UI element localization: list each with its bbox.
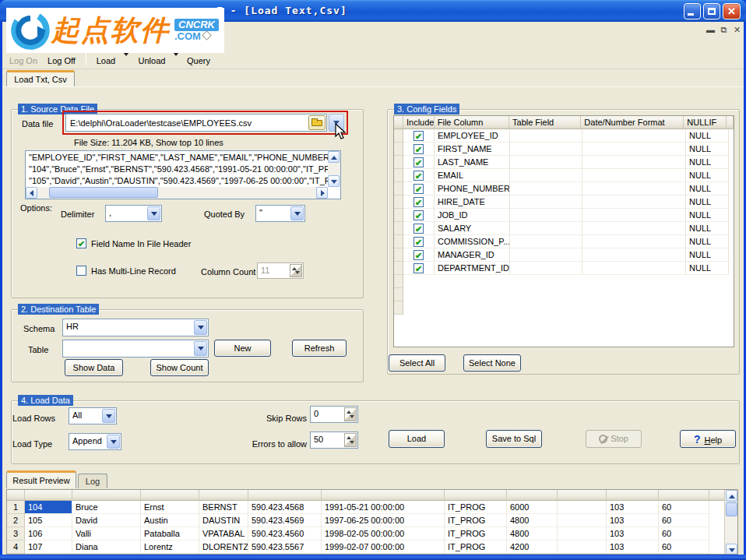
config-cell-format[interactable] bbox=[582, 182, 686, 195]
delimiter-select[interactable]: , bbox=[105, 205, 162, 222]
config-cell-file_column[interactable]: HIRE_DATE bbox=[435, 195, 510, 209]
result-cell[interactable]: 60 bbox=[659, 527, 709, 541]
result-cell[interactable] bbox=[558, 501, 607, 514]
result-cell[interactable] bbox=[558, 541, 607, 554]
config-cell-format[interactable] bbox=[582, 222, 686, 235]
config-cell-table_field[interactable] bbox=[510, 209, 582, 222]
mdi-minimize-button[interactable]: ▬ bbox=[706, 24, 716, 35]
field-name-checkbox[interactable]: ✔ bbox=[76, 238, 86, 248]
errors-allow-spinner[interactable]: 50 bbox=[310, 431, 358, 449]
result-cell[interactable]: 1997-06-25 00:00:00 bbox=[322, 514, 445, 527]
maximize-button[interactable] bbox=[703, 3, 720, 19]
config-cell-format[interactable] bbox=[582, 248, 686, 262]
config-cell-nullif[interactable]: NULL bbox=[686, 195, 729, 209]
result-cell[interactable]: 6000 bbox=[507, 501, 558, 514]
result-cell[interactable]: BERNST bbox=[199, 501, 248, 514]
result-cell[interactable]: Bruce bbox=[72, 501, 141, 514]
config-cell-file_column[interactable]: JOB_ID bbox=[435, 209, 510, 222]
load-rows-select[interactable]: All bbox=[69, 407, 117, 424]
include-checkbox[interactable]: ✔ bbox=[413, 197, 424, 207]
config-cell-nullif[interactable]: NULL bbox=[686, 235, 729, 248]
quoted-by-select[interactable]: " bbox=[255, 205, 305, 222]
result-cell[interactable] bbox=[558, 514, 607, 527]
chevron-down-icon[interactable] bbox=[290, 206, 304, 220]
include-checkbox[interactable]: ✔ bbox=[413, 210, 424, 220]
data-file-input[interactable] bbox=[65, 114, 327, 132]
result-cell[interactable]: DAUSTIN bbox=[199, 514, 248, 527]
config-fields-grid[interactable]: IncludeFile ColumnTable FieldDate/Number… bbox=[393, 115, 734, 347]
config-cell-table_field[interactable] bbox=[510, 222, 582, 235]
config-cell-file_column[interactable]: COMMISSION_P... bbox=[435, 235, 510, 248]
result-cell[interactable]: IT_PROG bbox=[445, 514, 507, 527]
preview-vertical-scrollbar[interactable] bbox=[328, 151, 340, 187]
result-cell[interactable]: Lorentz bbox=[141, 541, 199, 554]
load-type-select[interactable]: Append bbox=[69, 433, 121, 450]
result-cell[interactable]: Valli bbox=[72, 527, 141, 541]
spin-buttons-icon[interactable] bbox=[344, 433, 357, 447]
result-cell[interactable]: 1999-02-07 00:00:00 bbox=[322, 541, 445, 554]
config-cell-nullif[interactable]: NULL bbox=[686, 129, 729, 143]
show-data-button[interactable]: Show Data bbox=[65, 359, 123, 376]
result-cell[interactable]: 1998-02-05 00:00:00 bbox=[322, 527, 445, 541]
result-cell[interactable]: 104 bbox=[25, 501, 72, 514]
config-cell-nullif[interactable]: NULL bbox=[686, 209, 729, 222]
file-preview-box[interactable]: "EMPLOYEE_ID","FIRST_NAME","LAST_NAME","… bbox=[25, 150, 341, 199]
include-checkbox[interactable]: ✔ bbox=[413, 131, 424, 141]
config-cell-format[interactable] bbox=[582, 235, 686, 248]
scrollbar-thumb[interactable] bbox=[726, 502, 737, 516]
result-cell[interactable]: 590.423.4568 bbox=[248, 501, 322, 514]
result-cell[interactable]: 4800 bbox=[507, 527, 558, 541]
result-cell[interactable]: 4200 bbox=[507, 541, 558, 554]
config-cell-file_column[interactable]: EMAIL bbox=[435, 169, 510, 182]
include-checkbox[interactable]: ✔ bbox=[413, 263, 424, 273]
config-cell-format[interactable] bbox=[582, 143, 686, 156]
result-cell[interactable]: David bbox=[72, 514, 141, 527]
include-checkbox[interactable]: ✔ bbox=[413, 250, 424, 260]
config-cell-file_column[interactable]: MANAGER_ID bbox=[435, 248, 510, 262]
select-none-button[interactable]: Select None bbox=[463, 354, 521, 372]
toolbar-unload-button[interactable]: Unload bbox=[132, 56, 171, 67]
config-cell-table_field[interactable] bbox=[510, 182, 582, 195]
result-cell[interactable]: 103 bbox=[607, 541, 659, 554]
config-cell-format[interactable] bbox=[582, 129, 686, 143]
table-select[interactable] bbox=[62, 340, 209, 357]
result-cell[interactable]: 590.423.5567 bbox=[248, 541, 322, 554]
result-cell[interactable]: 107 bbox=[25, 541, 72, 554]
toolbar-log-off-button[interactable]: Log Off bbox=[43, 56, 80, 67]
close-button[interactable]: ✕ bbox=[723, 3, 741, 19]
mdi-close-button[interactable]: ✕ bbox=[732, 24, 742, 35]
result-cell[interactable]: 590.423.4569 bbox=[248, 514, 322, 527]
result-cell[interactable]: 106 bbox=[25, 527, 72, 541]
mdi-restore-button[interactable]: ⧉ bbox=[719, 24, 729, 35]
chevron-down-icon[interactable] bbox=[194, 320, 207, 335]
help-button[interactable]: ?Help bbox=[680, 430, 736, 448]
config-cell-format[interactable] bbox=[582, 209, 686, 222]
config-cell-table_field[interactable] bbox=[510, 235, 582, 248]
include-checkbox[interactable]: ✔ bbox=[413, 224, 424, 234]
tab-load-txt-csv[interactable]: Load Txt, Csv bbox=[6, 70, 75, 87]
chevron-down-icon[interactable] bbox=[147, 206, 160, 220]
result-cell[interactable]: IT_PROG bbox=[445, 541, 507, 554]
refresh-button[interactable]: Refresh bbox=[292, 340, 347, 357]
config-cell-file_column[interactable]: LAST_NAME bbox=[435, 156, 510, 169]
schema-select[interactable]: HR bbox=[62, 319, 209, 336]
result-cell[interactable]: 105 bbox=[25, 514, 72, 527]
config-cell-file_column[interactable]: SALARY bbox=[435, 222, 510, 235]
include-checkbox[interactable]: ✔ bbox=[413, 157, 424, 167]
result-cell[interactable]: 590.423.4560 bbox=[248, 527, 322, 541]
result-cell[interactable]: 60 bbox=[659, 541, 709, 554]
chevron-down-icon[interactable] bbox=[194, 341, 207, 356]
result-cell[interactable]: 1991-05-21 00:00:00 bbox=[322, 501, 445, 514]
config-cell-table_field[interactable] bbox=[510, 195, 582, 209]
config-cell-format[interactable] bbox=[582, 262, 686, 275]
skip-rows-spinner[interactable]: 0 bbox=[310, 406, 358, 423]
result-cell[interactable]: IT_PROG bbox=[445, 501, 507, 514]
include-checkbox[interactable]: ✔ bbox=[413, 144, 424, 154]
multiline-checkbox[interactable] bbox=[76, 266, 86, 276]
config-cell-file_column[interactable]: PHONE_NUMBER bbox=[435, 182, 510, 195]
result-vertical-scrollbar[interactable] bbox=[724, 490, 737, 555]
save-to-sql-button[interactable]: Save to Sql bbox=[486, 430, 542, 448]
config-cell-format[interactable] bbox=[582, 195, 686, 209]
config-cell-file_column[interactable]: DEPARTMENT_ID bbox=[435, 262, 510, 275]
result-cell[interactable]: DLORENTZ bbox=[199, 541, 248, 554]
